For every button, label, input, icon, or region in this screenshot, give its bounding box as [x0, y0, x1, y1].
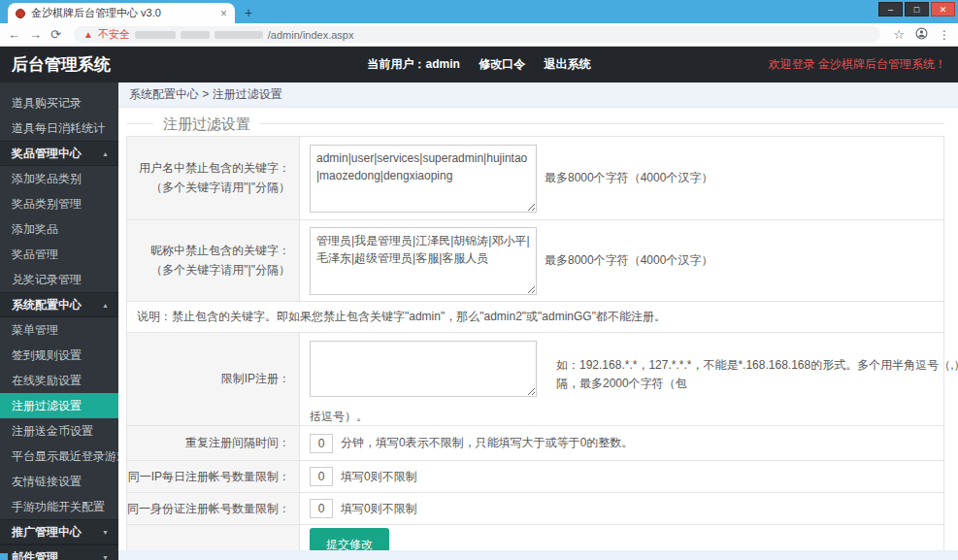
repeat-interval-input[interactable]	[310, 434, 333, 453]
ip-daily-limit-input[interactable]	[310, 467, 333, 486]
sidebar-section-promotion[interactable]: 推广管理中心▼	[0, 519, 118, 544]
ip-daily-limit-label: 同一IP每日注册帐号数量限制：	[128, 468, 290, 486]
sidebar-item-add-prize-category[interactable]: 添加奖品类别	[0, 166, 118, 191]
row-ip-limit: 限制IP注册： 如：192.168.*.*，127.*.*.*，不能是*.168…	[127, 333, 943, 426]
nickname-keywords-sublabel: （多个关键字请用"|"分隔）	[150, 261, 290, 280]
idcard-limit-hint: 填写0则不限制	[341, 501, 417, 517]
sidebar-item-prize-management[interactable]: 奖品管理	[0, 242, 118, 267]
nickname-keywords-hint: 最多8000个字符（4000个汉字）	[545, 252, 712, 269]
browser-menu-icon[interactable]: ⋮	[939, 28, 950, 42]
sidebar: 道具购买记录 道具每日消耗统计 奖品管理中心▲ 添加奖品类别 奖品类别管理 添加…	[0, 82, 118, 560]
username-keywords-sublabel: （多个关键字请用"|"分隔）	[150, 179, 290, 197]
settings-form: 用户名中禁止包含的关键字： （多个关键字请用"|"分隔） admin|user|…	[126, 136, 944, 560]
sidebar-item-redeem-records[interactable]: 兑奖记录管理	[0, 267, 118, 292]
sidebar-item-checkin-rules[interactable]: 签到规则设置	[0, 343, 118, 368]
username-keywords-hint: 最多8000个字符（4000个汉字）	[545, 170, 712, 186]
nickname-keywords-textarea[interactable]: 管理员|我是管理员|江泽民|胡锦涛|邓小平|毛泽东|超级管理员|客服|客服人员	[310, 227, 537, 295]
security-warning-icon: ▲	[83, 30, 93, 40]
idcard-limit-label: 同一身份证注册帐号数量限制：	[127, 500, 290, 518]
current-user-label: 当前用户：admin	[367, 57, 459, 71]
sidebar-item-menu-management[interactable]: 菜单管理	[0, 317, 118, 343]
bookmark-star-icon[interactable]: ☆	[893, 27, 905, 42]
row-ip-daily-limit: 同一IP每日注册帐号数量限制： 填写0则不限制	[127, 461, 943, 493]
logout-link[interactable]: 退出系统	[545, 57, 591, 71]
tab-close-icon[interactable]: ×	[220, 8, 227, 19]
forward-icon[interactable]: →	[29, 28, 42, 41]
new-tab-button[interactable]: +	[245, 5, 252, 20]
security-warning-label: 不安全	[98, 27, 130, 42]
toolbar-right: ☆ ⋮	[893, 26, 950, 44]
tab-title: 金沙棋牌后台管理中心 v3.0	[31, 6, 215, 20]
back-icon[interactable]: ←	[8, 28, 20, 41]
sidebar-item-mobile-switches[interactable]: 手游功能开关配置	[0, 494, 118, 519]
ip-limit-hint: 如：192.168.*.*，127.*.*.*，不能是*.168.168.168…	[556, 356, 958, 393]
url-path: /admin/index.aspx	[268, 29, 354, 41]
nickname-keywords-label: 昵称中禁止包含的关键字：	[150, 242, 290, 260]
sidebar-item-prop-purchase-records[interactable]: 道具购买记录	[0, 90, 118, 115]
sidebar-item-online-rewards[interactable]: 在线奖励设置	[0, 368, 118, 393]
sidebar-item-prize-category-management[interactable]: 奖品类别管理	[0, 191, 118, 216]
close-button[interactable]: ✕	[931, 2, 955, 16]
sidebar-item-clipped[interactable]	[0, 82, 118, 90]
footer	[118, 550, 958, 560]
change-password-link[interactable]: 修改口令	[479, 57, 525, 71]
chevron-up-icon: ▲	[102, 302, 109, 309]
ip-limit-label: 限制IP注册：	[221, 370, 290, 388]
repeat-interval-label: 重复注册间隔时间：	[185, 434, 290, 452]
app-logo: 后台管理系统	[0, 53, 194, 76]
redacted-domain-block	[135, 31, 176, 39]
ip-limit-textarea[interactable]	[310, 341, 537, 397]
row-username-keywords: 用户名中禁止包含的关键字： （多个关键字请用"|"分隔） admin|user|…	[127, 137, 943, 220]
sidebar-item-register-filter[interactable]: 注册过滤设置	[0, 393, 118, 418]
sidebar-section-system-config[interactable]: 系统配置中心▲	[0, 292, 118, 317]
redacted-domain-block	[215, 31, 263, 39]
sidebar-item-prop-daily-consumption[interactable]: 道具每日消耗统计	[0, 115, 118, 141]
breadcrumb[interactable]: 系统配置中心 > 注册过滤设置	[118, 82, 958, 108]
sidebar-section-prize-management[interactable]: 奖品管理中心▲	[0, 141, 118, 166]
browser-window: 金沙棋牌后台管理中心 v3.0 × + – □ ✕ ← → ⟳ ▲ 不安全 /a…	[0, 0, 958, 560]
main-panel: 系统配置中心 > 注册过滤设置 注册过滤设置 用户名中禁止包含的关键字： （多个…	[118, 82, 958, 560]
repeat-interval-hint: 分钟，填写0表示不限制，只能填写大于或等于0的整数。	[341, 435, 633, 451]
username-keywords-textarea[interactable]: admin|user|services|superadmin|hujintao|…	[310, 145, 537, 213]
chevron-up-icon: ▲	[102, 150, 109, 157]
profile-icon[interactable]	[915, 26, 928, 44]
redacted-domain-block	[181, 31, 210, 39]
chevron-down-icon: ▼	[102, 554, 109, 560]
browser-tab[interactable]: 金沙棋牌后台管理中心 v3.0 ×	[8, 3, 235, 23]
site-favicon-icon	[16, 9, 25, 18]
minimize-button[interactable]: –	[878, 2, 903, 16]
address-bar[interactable]: ▲ 不安全 /admin/index.aspx	[74, 26, 880, 43]
sidebar-item-friend-links[interactable]: 友情链接设置	[0, 469, 118, 494]
app-header: 后台管理系统 当前用户：admin 修改口令 退出系统 欢迎登录 金沙棋牌后台管…	[0, 47, 958, 82]
chevron-down-icon: ▼	[102, 529, 109, 536]
browser-titlebar: 金沙棋牌后台管理中心 v3.0 × + – □ ✕	[0, 0, 958, 23]
maximize-button[interactable]: □	[905, 2, 929, 16]
content: 注册过滤设置 用户名中禁止包含的关键字： （多个关键字请用"|"分隔） admi…	[118, 108, 958, 560]
keywords-note: 说明：禁止包含的关键字。即如果您禁止包含关键字"admin"，那么"admin2…	[127, 302, 943, 333]
sidebar-item-register-gold[interactable]: 注册送金币设置	[0, 418, 118, 444]
page-title: 注册过滤设置	[153, 115, 260, 134]
row-repeat-interval: 重复注册间隔时间： 分钟，填写0表示不限制，只能填写大于或等于0的整数。	[127, 426, 943, 461]
section-divider: 注册过滤设置	[126, 123, 944, 124]
sidebar-item-recent-games-display[interactable]: 平台显示最近登录游戏...	[0, 444, 118, 469]
sidebar-item-add-prize[interactable]: 添加奖品	[0, 216, 118, 242]
window-controls: – □ ✕	[878, 2, 955, 16]
corner-decoration	[0, 553, 8, 560]
app-body: 道具购买记录 道具每日消耗统计 奖品管理中心▲ 添加奖品类别 奖品类别管理 添加…	[0, 82, 958, 560]
browser-toolbar: ← → ⟳ ▲ 不安全 /admin/index.aspx ☆ ⋮	[0, 23, 958, 47]
ip-limit-hint-cont: 括逗号）。	[310, 409, 368, 425]
row-idcard-limit: 同一身份证注册帐号数量限制： 填写0则不限制	[127, 493, 943, 525]
ip-daily-limit-hint: 填写0则不限制	[341, 469, 417, 485]
welcome-message: 欢迎登录 金沙棋牌后台管理系统！	[769, 56, 946, 73]
idcard-limit-input[interactable]	[310, 499, 333, 518]
row-nickname-keywords: 昵称中禁止包含的关键字： （多个关键字请用"|"分隔） 管理员|我是管理员|江泽…	[127, 220, 943, 302]
sidebar-section-mail[interactable]: 邮件管理▼	[0, 544, 118, 560]
username-keywords-label: 用户名中禁止包含的关键字：	[139, 159, 290, 178]
reload-icon[interactable]: ⟳	[50, 28, 61, 41]
